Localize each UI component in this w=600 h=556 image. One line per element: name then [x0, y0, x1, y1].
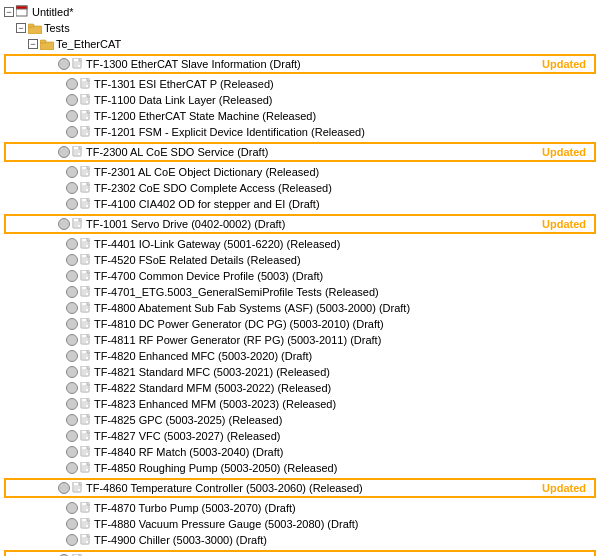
tree-item-tf1300[interactable]: TF-1300 EtherCAT Slave Information (Draf… — [6, 56, 594, 72]
doc-icon — [80, 254, 92, 266]
expand-placeholder — [52, 79, 64, 89]
tree-item-tf4401[interactable]: TF-4401 IO-Link Gateway (5001-6220) (Rel… — [2, 236, 598, 252]
doc-icon — [72, 482, 84, 494]
item-label-tf4811: TF-4811 RF Power Generator (RF PG) (5003… — [94, 334, 598, 346]
doc-icon — [80, 382, 92, 394]
badge-tf2300: Updated — [538, 146, 590, 158]
status-circle-icon — [66, 318, 78, 330]
expand-icon[interactable]: − — [16, 23, 26, 33]
tree-item-tf1200[interactable]: TF-1200 EtherCAT State Machine (Released… — [2, 108, 598, 124]
expand-placeholder — [52, 127, 64, 137]
tree-item-te_ethercat[interactable]: − Te_EtherCAT — [2, 36, 598, 52]
item-label-tf4825: TF-4825 GPC (5003-2025) (Released) — [94, 414, 598, 426]
expand-placeholder — [52, 519, 64, 529]
expand-placeholder — [52, 415, 64, 425]
status-circle-icon — [66, 518, 78, 530]
doc-icon — [72, 146, 84, 158]
doc-icon — [80, 430, 92, 442]
status-circle-icon — [66, 302, 78, 314]
status-circle-icon — [66, 398, 78, 410]
expand-placeholder — [52, 383, 64, 393]
item-label-tf4823: TF-4823 Enhanced MFM (5003-2023) (Releas… — [94, 398, 598, 410]
status-circle-icon — [66, 502, 78, 514]
item-label-tf4840: TF-4840 RF Match (5003-2040) (Draft) — [94, 446, 598, 458]
expand-placeholder — [44, 219, 56, 229]
doc-icon — [80, 334, 92, 346]
tree-item-tf4520[interactable]: TF-4520 FSoE Related Details (Released) — [2, 252, 598, 268]
status-circle-icon — [66, 254, 78, 266]
tree-item-tf4701[interactable]: TF-4701_ETG.5003_GeneralSemiProfile Test… — [2, 284, 598, 300]
badge-tf1300: Updated — [538, 58, 590, 70]
item-label-tf2302: TF-2302 CoE SDO Complete Access (Release… — [94, 182, 598, 194]
highlight-group-group4: TF-4860 Temperature Controller (5003-206… — [4, 478, 596, 498]
item-label-tf4870: TF-4870 Turbo Pump (5003-2070) (Draft) — [94, 502, 598, 514]
expand-icon[interactable]: − — [28, 39, 38, 49]
expand-placeholder — [52, 167, 64, 177]
item-label-tf4820: TF-4820 Enhanced MFC (5003-2020) (Draft) — [94, 350, 598, 362]
tree-item-tf2301[interactable]: TF-2301 AL CoE Object Dictionary (Releas… — [2, 164, 598, 180]
doc-icon — [80, 238, 92, 250]
status-circle-icon — [66, 366, 78, 378]
status-circle-icon — [66, 166, 78, 178]
status-circle-icon — [66, 110, 78, 122]
highlight-group-group2: TF-2300 AL CoE SDO Service (Draft)Update… — [4, 142, 596, 162]
item-label-te_ethercat: Te_EtherCAT — [56, 38, 598, 50]
tree-item-tf4827[interactable]: TF-4827 VFC (5003-2027) (Released) — [2, 428, 598, 444]
item-label-tf2300: TF-2300 AL CoE SDO Service (Draft) — [86, 146, 538, 158]
tree-item-tf2302[interactable]: TF-2302 CoE SDO Complete Access (Release… — [2, 180, 598, 196]
status-circle-icon — [66, 182, 78, 194]
doc-icon — [80, 318, 92, 330]
status-circle-icon — [66, 198, 78, 210]
tree-item-tf1100[interactable]: TF-1100 Data Link Layer (Released) — [2, 92, 598, 108]
tree-item-tf4811[interactable]: TF-4811 RF Power Generator (RF PG) (5003… — [2, 332, 598, 348]
expand-placeholder — [52, 431, 64, 441]
tree-item-tf4850[interactable]: TF-4850 Roughing Pump (5003-2050) (Relea… — [2, 460, 598, 476]
highlight-group-group1: TF-1300 EtherCAT Slave Information (Draf… — [4, 54, 596, 74]
status-circle-icon — [66, 534, 78, 546]
expand-placeholder — [52, 255, 64, 265]
tree-item-tf4821[interactable]: TF-4821 Standard MFC (5003-2021) (Releas… — [2, 364, 598, 380]
tree-item-tf4870[interactable]: TF-4870 Turbo Pump (5003-2070) (Draft) — [2, 500, 598, 516]
folder-icon — [28, 23, 42, 34]
doc-icon — [80, 518, 92, 530]
expand-placeholder — [52, 95, 64, 105]
doc-icon — [80, 302, 92, 314]
doc-icon — [80, 414, 92, 426]
tree-item-tf4825[interactable]: TF-4825 GPC (5003-2025) (Released) — [2, 412, 598, 428]
tree-item-tf2300[interactable]: TF-2300 AL CoE SDO Service (Draft)Update… — [6, 144, 594, 160]
item-label-tf2301: TF-2301 AL CoE Object Dictionary (Releas… — [94, 166, 598, 178]
badge-tf4860: Updated — [538, 482, 590, 494]
expand-placeholder — [52, 447, 64, 457]
tree-item-tf4810[interactable]: TF-4810 DC Power Generator (DC PG) (5003… — [2, 316, 598, 332]
tree-item-tf4860[interactable]: TF-4860 Temperature Controller (5003-206… — [6, 480, 594, 496]
tree-item-tf4823[interactable]: TF-4823 Enhanced MFM (5003-2023) (Releas… — [2, 396, 598, 412]
expand-placeholder — [52, 503, 64, 513]
status-circle-icon — [66, 286, 78, 298]
tree-item-tf4900[interactable]: TF-4900 Chiller (5003-3000) (Draft) — [2, 532, 598, 548]
status-circle-icon — [58, 58, 70, 70]
item-label-tf4700: TF-4700 Common Device Profile (5003) (Dr… — [94, 270, 598, 282]
tree-item-tf4822[interactable]: TF-4822 Standard MFM (5003-2022) (Releas… — [2, 380, 598, 396]
tree-item-tests[interactable]: − Tests — [2, 20, 598, 36]
doc-icon — [80, 350, 92, 362]
tree-item-root[interactable]: −Untitled* — [2, 4, 598, 20]
status-circle-icon — [66, 126, 78, 138]
tree-item-tf4820[interactable]: TF-4820 Enhanced MFC (5003-2020) (Draft) — [2, 348, 598, 364]
status-circle-icon — [58, 482, 70, 494]
tree-item-tf4700[interactable]: TF-4700 Common Device Profile (5003) (Dr… — [2, 268, 598, 284]
tree-item-tf4800[interactable]: TF-4800 Abatement Sub Fab Systems (ASF) … — [2, 300, 598, 316]
tree-item-tf1201[interactable]: TF-1201 FSM - Explicit Device Identifica… — [2, 124, 598, 140]
tree-item-tf4840[interactable]: TF-4840 RF Match (5003-2040) (Draft) — [2, 444, 598, 460]
tree-item-tf4001[interactable]: TF-1001 Servo Drive (0402-0002) (Draft)U… — [6, 216, 594, 232]
status-circle-icon — [66, 382, 78, 394]
tree-item-tf4880[interactable]: TF-4880 Vacuum Pressure Gauge (5003-2080… — [2, 516, 598, 532]
tree-item-tf1301[interactable]: TF-1301 ESI EtherCAT P (Released) — [2, 76, 598, 92]
svg-rect-1 — [16, 6, 27, 9]
doc-icon — [80, 462, 92, 474]
expand-icon[interactable]: − — [4, 7, 14, 17]
tree-item-tf4910[interactable]: TF-4910 CVS-Cryogenic Vacuum System (Dev… — [6, 552, 594, 556]
status-circle-icon — [66, 78, 78, 90]
expand-placeholder — [52, 335, 64, 345]
tree-item-tf4100[interactable]: TF-4100 CIA402 OD for stepper and EI (Dr… — [2, 196, 598, 212]
item-label-tf4850: TF-4850 Roughing Pump (5003-2050) (Relea… — [94, 462, 598, 474]
